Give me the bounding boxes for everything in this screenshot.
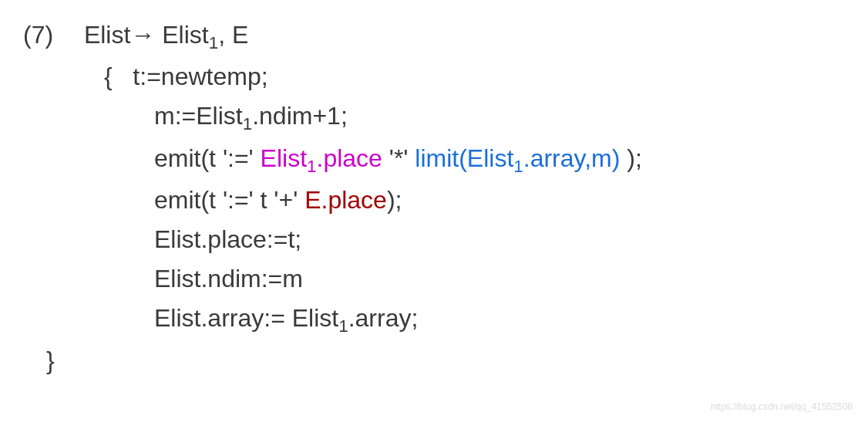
text: emit(t ':=' [154,144,261,172]
open-brace-line: { t:=newtemp; [23,57,845,96]
watermark: https://blog.csdn.net/qq_41552508 [711,400,853,414]
subscript: 1 [209,33,218,52]
text: Elist [261,144,307,172]
stmt-ndim: m:=Elist1.ndim+1; [23,96,845,138]
open-brace: { [104,63,113,90]
limit-expr: limit(Elist1.array,m) [415,144,620,172]
text: .place [316,144,382,172]
text: limit(Elist [415,144,513,172]
production-rhs-part: , E [218,21,248,49]
text: Elist.array:= Elist [154,304,338,332]
stmt-assign-ndim: Elist.ndim:=m [23,259,845,299]
subscript: 1 [307,157,316,176]
stmt-emit-mult: emit(t ':=' Elist1.place '*' limit(Elist… [23,139,845,181]
production-rule-line: (7) Elist→ Elist1, E [23,15,845,57]
stmt-emit-add: emit(t ':=' t '+' E.place); [23,181,845,220]
text: .ndim+1; [252,102,348,130]
production-rhs-part: Elist [162,21,208,49]
text: .array; [348,304,419,332]
elist-place-expr: Elist1.place [261,144,382,172]
text: emit(t ':=' t '+' [154,186,304,214]
e-place-expr: E.place [304,186,387,214]
arrow: → [130,21,155,49]
close-brace: } [23,341,845,380]
text: ); [387,186,402,214]
stmt-assign-array: Elist.array:= Elist1.array; [23,299,845,340]
subscript: 1 [338,317,348,336]
text: m:=Elist [154,102,243,130]
stmt-assign-place: Elist.place:=t; [23,220,845,259]
text: ); [620,144,641,172]
production-lhs: Elist [84,21,130,49]
rule-number: (7) [23,15,77,55]
subscript: 1 [243,115,252,134]
subscript: 1 [513,157,523,176]
text: '*' [382,144,415,172]
text: .array,m) [523,144,621,172]
stmt-newtemp: t:=newtemp; [133,63,267,90]
